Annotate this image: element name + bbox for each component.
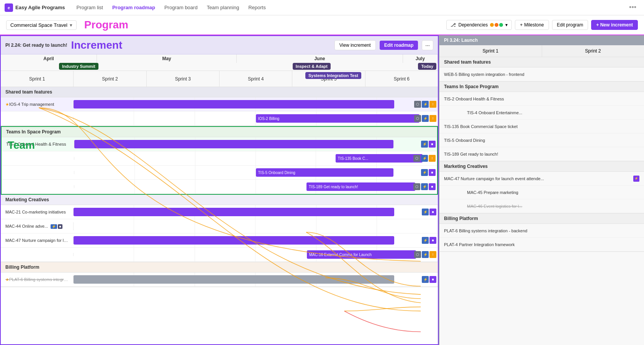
team-section-shared: Shared team features ★IOS-4 Trip managem…: [1, 87, 438, 126]
increment-more-button[interactable]: ···: [422, 40, 433, 50]
team-header-marketing: Marketing Creatives: [1, 195, 438, 205]
story-timeline-ios4[interactable]: ⬡ ⚡ !: [74, 97, 438, 111]
story-bar-mac47[interactable]: [74, 236, 394, 245]
team-section-billing: Billing Platform ★PLAT-6 Billing systems…: [1, 262, 438, 287]
dep-dot-green: [499, 23, 503, 27]
app-logo[interactable]: e Easy Agile Programs: [5, 3, 65, 12]
dep-dot-red: [495, 23, 498, 27]
story-label-ios2: [1, 117, 74, 120]
edit-program-label: Edit program: [557, 22, 583, 28]
people-icon-tis135: ⬡: [413, 155, 420, 162]
bolt-badge-mac44: ⚡: [51, 224, 57, 229]
sub-header: Commercial Space Travel ▾ Program ⎇ Depe…: [0, 15, 644, 35]
warning-icon-mac16: !: [429, 251, 436, 258]
nav-more-button[interactable]: •••: [626, 2, 639, 13]
story-timeline-mac44[interactable]: [74, 219, 438, 233]
right-sprint-header: Sprint 1 Sprint 2: [439, 45, 644, 57]
story-timeline-plat6[interactable]: ⚡ ■: [74, 273, 438, 286]
bolt-icon-mac21: ⚡: [422, 209, 429, 215]
right-team-space: Teams In Space Program TIS-2 Onboard Hea…: [439, 82, 644, 161]
story-bar-ios2[interactable]: IOS-2 Billing: [256, 114, 420, 123]
square-icon-tis5: ■: [429, 169, 436, 176]
story-bar-tis189[interactable]: TIS-189 Get ready to launch!: [306, 182, 415, 191]
teams-label: Teams In Space Program: [6, 129, 61, 135]
story-bar-mac21[interactable]: [74, 208, 394, 216]
right-story-tis189: TIS-189 Get ready to launch!: [439, 147, 644, 161]
story-bar-mac16[interactable]: MAC-16 External Comms for Launch: [307, 250, 416, 259]
new-increment-button[interactable]: + New increment: [591, 20, 638, 30]
nav-reports[interactable]: Reports: [244, 3, 270, 12]
story-timeline-ios2[interactable]: IOS-2 Billing ⬡ ⚡ !: [74, 112, 438, 125]
milestone-button[interactable]: + Milestone: [515, 20, 549, 30]
story-bar-icons-tis189: ⬡ ⚡ ■: [413, 182, 437, 191]
month-labels: April May June July: [1, 54, 438, 63]
right-team-header-billing: Billing Platform: [439, 214, 644, 224]
right-story-web5: WEB-5 Billing system integration - front…: [439, 67, 644, 81]
story-timeline-mac47[interactable]: ⚡ ■: [74, 233, 438, 247]
month-june: June: [237, 54, 403, 63]
edit-program-button[interactable]: Edit program: [552, 20, 588, 30]
logo-icon: e: [5, 3, 13, 12]
story-row-ios4: ★IOS-4 Trip management ⬡ ⚡ !: [1, 97, 438, 112]
story-bar-icons-tis5: ⚡ ■: [421, 168, 437, 177]
sprint-row: Sprint 1 Sprint 2 Sprint 3 Sprint 4 Spri…: [1, 71, 438, 87]
right-team-header-marketing: Marketing Creatives: [439, 161, 644, 172]
story-bar-icons-ios2: ⬡ ⚡ !: [414, 114, 438, 123]
right-team-shared: Shared team features WEB-5 Billing syste…: [439, 57, 644, 82]
bolt-icon-mac16: ⚡: [422, 251, 429, 258]
nav-links: Program list Program roadmap Program boa…: [73, 3, 270, 12]
bolt-icon-plat6: ⚡: [422, 276, 429, 283]
right-plat4-label: PLAT-4 Partner Integration framework: [444, 242, 515, 247]
nav-program-roadmap[interactable]: Program roadmap: [108, 3, 159, 12]
tis189-label: TIS-189 Get ready to launch!: [309, 185, 358, 189]
story-timeline-tis189[interactable]: TIS-189 Get ready to launch! ⬡ ⚡ ■: [74, 180, 437, 194]
story-bar-ios4[interactable]: [74, 100, 394, 108]
dependencies-button[interactable]: ⎇ Dependencies ▾: [446, 20, 512, 30]
right-story-mac46: MAC-46 Event logistics for l...: [439, 199, 644, 213]
right-tis2-label: TIS-2 Onboard Health & Fitness: [444, 97, 504, 101]
nav-team-planning[interactable]: Team planning: [203, 3, 243, 12]
right-tis4-label: TIS-4 Onboard Entertainme...: [444, 110, 522, 115]
program-selector[interactable]: Commercial Space Travel ▾: [6, 20, 77, 30]
story-bar-icons-mac47: ⚡ ■: [422, 236, 438, 245]
story-timeline-mac21[interactable]: ⚡ ■: [74, 205, 438, 219]
marketing-label: Marketing Creatives: [5, 197, 49, 202]
edit-roadmap-button[interactable]: Edit roadmap: [380, 41, 418, 50]
story-bar-tis2[interactable]: [74, 140, 393, 148]
story-bar-icons-tis2: ⚡ ■: [421, 140, 437, 148]
story-timeline-mac16[interactable]: MAC-16 External Comms for Launch ⬡ ⚡ !: [74, 248, 438, 261]
right-panel-header: PI 3.24: Launch: [439, 35, 644, 45]
nav-program-list[interactable]: Program list: [73, 3, 107, 12]
story-label-tis5: [2, 171, 74, 174]
right-mac47-label: MAC-47 Nurture campaign for launch event…: [444, 176, 544, 181]
tis135-label: TIS-135 Book C...: [338, 156, 368, 161]
top-nav: e Easy Agile Programs Program list Progr…: [0, 0, 644, 15]
increment-panel: PI 2.24: Get ready to launch! Increment …: [0, 35, 439, 345]
timeline-header: April May June July Industry Summit Insp…: [1, 54, 438, 87]
story-label-mac16: [1, 253, 74, 256]
right-tis5-label: TIS-5 Onboard Dining: [444, 138, 485, 143]
story-bar-plat6[interactable]: [74, 275, 394, 284]
story-timeline-tis5[interactable]: TIS-5 Onboard Dining ⚡ ■: [74, 166, 437, 179]
company-name: Easy Agile Programs: [15, 5, 65, 10]
story-label-mac21: MAC-21 Co-marketing initiatives: [1, 208, 74, 216]
sub-header-actions: ⎇ Dependencies ▾ + Milestone Edit progra…: [446, 20, 638, 30]
story-timeline-tis2[interactable]: ⚡ ■: [74, 137, 437, 151]
people-icon: ⬡: [414, 101, 421, 108]
story-bar-tis135[interactable]: TIS-135 Book C...: [336, 154, 423, 163]
month-july: July: [403, 54, 438, 63]
view-increment-button[interactable]: View increment: [334, 40, 376, 50]
bolt-icon-tis2: ⚡: [421, 141, 428, 148]
right-team-header-shared: Shared team features: [439, 57, 644, 67]
story-timeline-tis135[interactable]: TIS-135 Book C... ⬡ ⚡ !: [74, 151, 437, 165]
team-header-teams: Teams In Space Program: [2, 127, 437, 137]
right-sprint-1: Sprint 1: [439, 45, 542, 57]
story-label-mac44: MAC-44 Online adve... ⚡ ■: [1, 222, 74, 230]
bolt-icon-tis135: ⚡: [421, 155, 428, 162]
right-tis189-label: TIS-189 Get ready to launch!: [444, 152, 498, 156]
billing-label: Billing Platform: [5, 264, 39, 270]
story-bar-tis5[interactable]: TIS-5 Onboard Dining: [256, 168, 394, 177]
nav-program-board[interactable]: Program board: [161, 3, 202, 12]
warning-icon: !: [429, 101, 436, 108]
sprint-4-header: Sprint 4: [220, 71, 292, 87]
